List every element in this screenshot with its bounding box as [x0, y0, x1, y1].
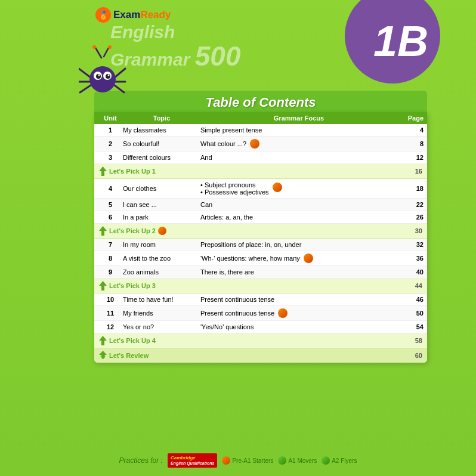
toc-header: Table of Contents [94, 91, 427, 115]
svg-point-9 [108, 45, 112, 49]
a2-icon [322, 456, 330, 465]
svg-marker-17 [99, 166, 107, 176]
review-row: Let's Review 60 [94, 348, 427, 363]
table-row: 11 My friends Present continuous tense 5… [94, 306, 427, 321]
pickup-row-4: Let's Pick Up 4 58 [94, 333, 427, 348]
a2-badge: A2 Flyers [322, 456, 357, 465]
svg-line-3 [115, 69, 125, 78]
a1-badge: A1 Movers [278, 456, 317, 465]
audio-icon [304, 254, 313, 263]
col-unit: Unit [98, 115, 123, 122]
svg-line-6 [95, 48, 101, 58]
tree-icon [99, 166, 107, 176]
table-row: 7 In my room Prepositions of place: in, … [94, 239, 427, 251]
col-topic: Topic [123, 115, 200, 122]
tree-icon [99, 281, 107, 290]
svg-point-7 [92, 45, 96, 49]
table-row: 3 Different colours And 12 [94, 152, 427, 164]
pickup-row-1: Let's Pick Up 1 16 [94, 164, 427, 179]
table-row: 12 Yes or no? 'Yes/No' questions 54 [94, 321, 427, 333]
footer: Practices for : Cambridge English Qualif… [0, 453, 476, 468]
audio-icon [158, 227, 166, 235]
svg-point-15 [98, 75, 100, 76]
svg-line-5 [115, 85, 124, 92]
toc-title: Table of Contents [206, 95, 316, 110]
spider-character [79, 45, 126, 107]
col-page: Page [397, 115, 424, 122]
book-id: 1B [373, 17, 428, 66]
logo-icon: 🏅 [95, 7, 111, 23]
audio-icon [250, 139, 259, 149]
svg-marker-19 [99, 281, 107, 290]
audio-icon [278, 308, 288, 318]
audio-icon [273, 183, 282, 192]
svg-marker-20 [99, 336, 107, 345]
svg-point-10 [89, 66, 116, 92]
pre-a1-badge: Pre-A1 Starters [222, 456, 273, 465]
pre-a1-icon [222, 456, 230, 465]
footer-practices-text: Practices for : [119, 456, 163, 465]
page-background: 1B 🏅 ExamReady English Grammar 500 [0, 0, 476, 476]
table-row: 1 My classmates Simple present tense 4 [94, 124, 427, 137]
table-row: 10 Time to have fun! Present continuous … [94, 293, 427, 306]
table-row: 6 In a park Articles: a, an, the 26 [94, 211, 427, 224]
table-row: 9 Zoo animals There is, there are 40 [94, 266, 427, 279]
table-row: 2 So colourful! What colour ...? 8 [94, 137, 427, 152]
pickup-row-3: Let's Pick Up 3 44 [94, 279, 427, 293]
cambridge-badge: Cambridge English Qualifications [168, 453, 218, 468]
grammar-title: English Grammar 500 [110, 23, 241, 70]
tree-icon [99, 351, 107, 360]
table-row: 5 I can see ... Can 22 [94, 199, 427, 211]
svg-line-2 [80, 85, 91, 92]
table-row: 8 A visit to the zoo 'Wh-' questions: wh… [94, 251, 427, 266]
pickup-row-2: Let's Pick Up 2 30 [94, 224, 427, 239]
svg-point-16 [108, 75, 110, 76]
tree-icon [99, 226, 107, 236]
svg-line-8 [104, 48, 109, 57]
svg-marker-18 [99, 226, 107, 236]
col-grammar: Grammar Focus [200, 115, 397, 122]
table-row: 4 Our clothes • Subject pronouns • Posse… [94, 179, 427, 199]
svg-line-0 [79, 69, 91, 78]
tree-icon [99, 336, 107, 345]
column-headers: Unit Topic Grammar Focus Page [94, 112, 427, 124]
a1-icon [278, 456, 286, 465]
toc-table: Unit Topic Grammar Focus Page 1 My class… [94, 112, 427, 363]
logo-text: ExamReady [113, 9, 171, 21]
